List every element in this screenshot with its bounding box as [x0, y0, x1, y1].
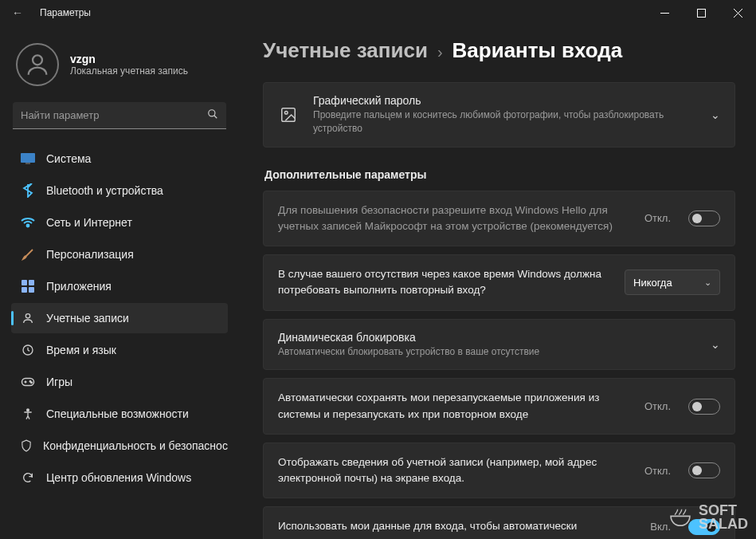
nav-label: Персонализация: [46, 248, 134, 261]
bluetooth-icon: [21, 183, 35, 198]
setting-text: В случае вашего отсутствия через какое в…: [278, 266, 613, 299]
picture-icon: [278, 106, 299, 124]
search-box[interactable]: [13, 102, 226, 129]
chevron-down-icon: ⌄: [711, 338, 720, 351]
search-icon: [207, 108, 218, 122]
shield-icon: [21, 439, 32, 453]
svg-rect-12: [22, 287, 27, 293]
setting-text: Отображать сведения об учетной записи (н…: [278, 454, 633, 487]
nav-list: Система Bluetooth и устройства Сеть и Ин…: [6, 144, 233, 493]
svg-rect-8: [25, 163, 30, 164]
nav-label: Центр обновления Windows: [46, 471, 191, 484]
profile-block[interactable]: vzgn Локальная учетная запись: [6, 32, 233, 102]
nav-system[interactable]: Система: [11, 144, 228, 174]
clock-icon: [21, 343, 35, 357]
profile-name: vzgn: [70, 53, 188, 65]
wifi-icon: [21, 215, 35, 230]
picture-password-card[interactable]: Графический пароль Проведите пальцем и к…: [263, 82, 735, 148]
window-title: Параметры: [40, 7, 91, 18]
breadcrumb-current: Варианты входа: [452, 38, 623, 63]
card-title: Графический пароль: [313, 94, 696, 107]
nav-label: Игры: [46, 376, 72, 388]
setting-text: Для повышения безопасности разрешите вхо…: [278, 203, 633, 235]
reauth-dropdown[interactable]: Никогда ⌄: [625, 270, 720, 295]
nav-personalization[interactable]: Персонализация: [11, 239, 228, 270]
nav-label: Время и язык: [46, 344, 116, 356]
nav-time-language[interactable]: Время и язык: [11, 335, 228, 365]
nav-label: Система: [46, 152, 91, 165]
dynamic-lock-card[interactable]: Динамическая блокировка Автоматически бл…: [263, 319, 735, 371]
svg-line-6: [214, 116, 217, 119]
nav-network[interactable]: Сеть и Интернет: [11, 207, 228, 238]
show-account-setting: Отображать сведения об учетной записи (н…: [263, 443, 735, 499]
back-button[interactable]: ←: [10, 6, 25, 19]
nav-privacy[interactable]: Конфиденциальность и безопасность: [11, 431, 228, 461]
nav-label: Bluetooth и устройства: [46, 184, 163, 197]
dropdown-value: Никогда: [633, 277, 672, 289]
bowl-icon: [667, 508, 694, 527]
svg-point-18: [31, 382, 33, 384]
windows-hello-setting: Для повышения безопасности разрешите вхо…: [263, 191, 735, 247]
display-icon: [21, 151, 35, 166]
nav-label: Приложения: [46, 280, 112, 293]
toggle-state-label: Откл.: [644, 465, 671, 477]
svg-point-4: [33, 55, 42, 65]
svg-point-9: [27, 225, 29, 227]
nav-apps[interactable]: Приложения: [11, 271, 228, 301]
apps-icon: [21, 279, 35, 293]
svg-rect-20: [282, 108, 296, 122]
nav-label: Учетные записи: [46, 312, 129, 325]
close-button[interactable]: [719, 0, 756, 26]
chevron-down-icon: ⌄: [711, 108, 720, 121]
card-subtitle: Проведите пальцем и коснитесь любимой фо…: [313, 108, 696, 136]
profile-subtitle: Локальная учетная запись: [70, 65, 188, 77]
search-input[interactable]: [21, 109, 207, 121]
brush-icon: [21, 247, 35, 262]
minimize-button[interactable]: [646, 0, 683, 26]
accessibility-icon: [21, 407, 35, 421]
section-additional-title: Дополнительные параметры: [264, 168, 735, 181]
breadcrumb: Учетные записи › Варианты входа: [263, 38, 735, 63]
nav-accounts[interactable]: Учетные записи: [11, 303, 228, 333]
person-icon: [21, 311, 35, 325]
nav-label: Конфиденциальность и безопасность: [43, 439, 228, 452]
setting-text: Автоматически сохранять мои перезапускае…: [278, 390, 633, 423]
windows-hello-toggle[interactable]: [688, 210, 720, 226]
sidebar: vzgn Локальная учетная запись Система Bl…: [0, 26, 239, 539]
nav-bluetooth[interactable]: Bluetooth и устройства: [11, 175, 228, 206]
card-title: Динамическая блокировка: [278, 331, 696, 344]
nav-label: Специальные возможности: [46, 407, 189, 420]
reauth-setting: В случае вашего отсутствия через какое в…: [263, 254, 735, 311]
avatar: [16, 43, 59, 86]
restart-apps-toggle[interactable]: [688, 399, 720, 415]
gamepad-icon: [21, 375, 35, 389]
svg-rect-13: [29, 287, 34, 293]
chevron-down-icon: ⌄: [704, 277, 711, 288]
svg-point-19: [27, 409, 29, 411]
nav-label: Сеть и Интернет: [46, 216, 132, 229]
restart-apps-setting: Автоматически сохранять мои перезапускае…: [263, 378, 735, 435]
nav-accessibility[interactable]: Специальные возможности: [11, 399, 228, 429]
update-icon: [21, 470, 35, 485]
toggle-state-label: Откл.: [644, 212, 671, 224]
svg-point-21: [284, 111, 288, 114]
svg-rect-11: [29, 280, 34, 285]
show-account-toggle[interactable]: [688, 462, 720, 478]
main-content: Учетные записи › Варианты входа Графичес…: [239, 26, 756, 539]
breadcrumb-parent[interactable]: Учетные записи: [263, 38, 428, 63]
svg-rect-7: [21, 153, 35, 163]
setting-text: Использовать мои данные для входа, чтобы…: [278, 518, 639, 534]
svg-rect-1: [697, 9, 705, 17]
svg-point-5: [209, 110, 215, 116]
maximize-button[interactable]: [683, 0, 719, 26]
nav-windows-update[interactable]: Центр обновления Windows: [11, 462, 228, 493]
svg-point-14: [25, 314, 29, 318]
use-signin-info-setting: Использовать мои данные для входа, чтобы…: [263, 506, 735, 539]
watermark: SOFT SALAD: [667, 504, 748, 531]
svg-rect-10: [22, 280, 27, 285]
toggle-state-label: Откл.: [644, 400, 671, 412]
card-subtitle: Автоматически блокировать устройство в в…: [278, 345, 696, 359]
chevron-right-icon: ›: [437, 43, 443, 61]
nav-gaming[interactable]: Игры: [11, 367, 228, 397]
